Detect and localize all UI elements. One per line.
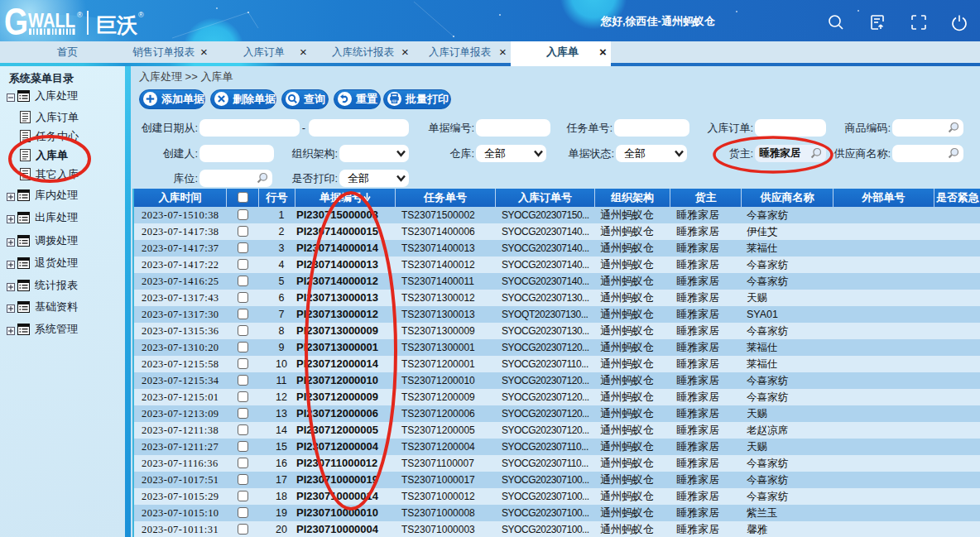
svg-text:®: ® (77, 11, 83, 19)
svg-text:G: G (4, 0, 28, 41)
svg-text:巨沃: 巨沃 (96, 13, 138, 36)
svg-text:®: ® (138, 11, 144, 19)
svg-text:WALL: WALL (28, 10, 75, 31)
